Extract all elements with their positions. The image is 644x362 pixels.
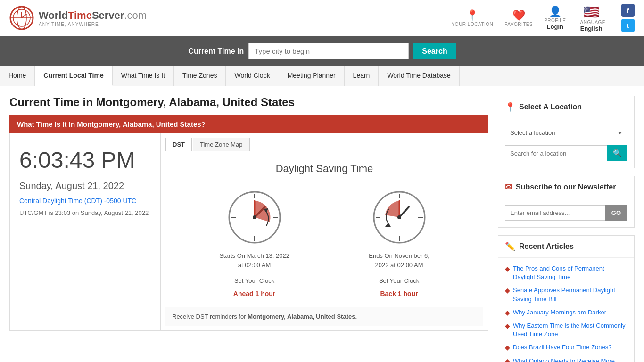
dst-tabs: DST Time Zone Map: [165, 138, 483, 151]
location-icon: 📍: [466, 9, 479, 22]
logo-title: WorldTimeServer.com: [39, 9, 147, 22]
location-search-row: 🔍: [505, 145, 627, 161]
location-select[interactable]: Select a location: [505, 125, 627, 140]
search-button[interactable]: Search: [413, 43, 455, 59]
tab-timezone-map[interactable]: Time Zone Map: [193, 138, 250, 151]
recent-articles-section: ✏️ Recent Articles ◆The Pros and Cons of…: [498, 235, 635, 362]
analog-clock-start: [226, 189, 283, 246]
email-input[interactable]: [505, 205, 605, 221]
article-bullet: ◆: [505, 287, 510, 294]
red-bar: What Time Is It In Montgomery, Alabama, …: [9, 115, 488, 133]
time-zone-container: 6:03:43 PM Sunday, August 21, 2022 Centr…: [9, 133, 488, 331]
pencil-icon: ✏️: [505, 241, 515, 252]
search-bar: Current Time In Search: [0, 36, 644, 66]
logo-text-area: WorldTimeServer.com ANY TIME, ANYWHERE: [39, 9, 147, 27]
nav-menu: Home Current Local Time What Time Is It …: [0, 66, 644, 86]
email-go-button[interactable]: GO: [605, 205, 627, 221]
svg-point-23: [397, 215, 401, 219]
tab-dst[interactable]: DST: [165, 138, 192, 151]
newsletter-heading: Subscribe to our Newsletter: [516, 183, 616, 191]
article-item: ◆Does Brazil Have Four Time Zones?: [505, 343, 627, 352]
location-pin-icon: 📍: [505, 102, 515, 112]
article-bullet: ◆: [505, 322, 510, 329]
article-bullet: ◆: [505, 344, 510, 351]
clock-date: Sunday, August 21, 2022: [19, 181, 151, 191]
dst-end-instruction: Set Your Clock: [379, 277, 419, 284]
article-item: ◆Why Eastern Time is the Most Commonly U…: [505, 321, 627, 338]
select-location-section: 📍 Select A Location Select a location 🔍: [498, 96, 635, 168]
nav-learn[interactable]: Learn: [345, 66, 379, 86]
select-location-body: Select a location 🔍: [498, 118, 634, 168]
nav-time-zones[interactable]: Time Zones: [174, 66, 226, 86]
dst-end-clock: Ends On November 6, 2022 at 02:00 AM Set…: [369, 189, 429, 297]
article-item: ◆What Ontario Needs to Receive More Dayl…: [505, 357, 627, 362]
right-sidebar: 📍 Select A Location Select a location 🔍 …: [498, 96, 635, 362]
search-input[interactable]: [248, 43, 409, 59]
dst-reminder: Receive DST reminders for Montgomery, Al…: [165, 307, 483, 326]
article-bullet: ◆: [505, 265, 510, 272]
heart-icon: ❤️: [512, 9, 525, 22]
clocks-row: Starts On March 13, 2022 at 02:00 AM Set…: [170, 184, 479, 302]
header: WorldTimeServer.com ANY TIME, ANYWHERE 📍…: [0, 0, 644, 36]
favorites-nav[interactable]: ❤️ FAVORITES: [504, 9, 533, 27]
social-icons: f t: [621, 4, 635, 32]
newsletter-header: ✉ Subscribe to our Newsletter: [498, 176, 634, 198]
select-location-header: 📍 Select A Location: [498, 96, 634, 118]
article-item: ◆The Pros and Cons of Permanent Daylight…: [505, 264, 627, 281]
utc-display: UTC/GMT is 23:03 on Sunday, August 21, 2…: [19, 209, 151, 216]
recent-articles-header: ✏️ Recent Articles: [498, 236, 634, 258]
flag-icon: 🇺🇸: [583, 4, 600, 20]
article-link[interactable]: What Ontario Needs to Receive More Dayli…: [513, 357, 627, 362]
language-nav[interactable]: 🇺🇸 LANGUAGE English: [577, 4, 605, 32]
profile-nav[interactable]: 👤 PROFILE Login: [544, 6, 566, 30]
recent-articles-body: ◆The Pros and Cons of Permanent Daylight…: [498, 258, 634, 362]
email-row: GO: [505, 205, 627, 221]
header-nav: 📍 YOUR LOCATION ❤️ FAVORITES 👤 PROFILE L…: [452, 4, 635, 32]
dst-start-direction: Ahead 1 hour: [233, 290, 275, 297]
profile-icon: 👤: [549, 6, 561, 18]
nav-world-clock[interactable]: World Clock: [226, 66, 279, 86]
articles-list: ◆The Pros and Cons of Permanent Daylight…: [505, 264, 627, 362]
dst-title: Daylight Saving Time: [170, 163, 479, 175]
article-link[interactable]: Senate Approves Permanent Daylight Savin…: [513, 286, 627, 303]
analog-clock-end: [371, 189, 428, 246]
article-link[interactable]: The Pros and Cons of Permanent Daylight …: [513, 264, 627, 281]
dst-panel: DST Time Zone Map Daylight Saving Time: [161, 133, 488, 330]
location-search-input[interactable]: [505, 145, 607, 161]
svg-point-14: [253, 215, 256, 219]
facebook-icon[interactable]: f: [621, 4, 635, 17]
page-title: Current Time in Montgomery, Alabama, Uni…: [9, 96, 488, 109]
recent-articles-heading: Recent Articles: [519, 242, 574, 251]
logo-sub: ANY TIME, ANYWHERE: [39, 22, 147, 27]
nav-current-local-time[interactable]: Current Local Time: [35, 66, 112, 86]
article-link[interactable]: Why Eastern Time is the Most Commonly Us…: [513, 321, 627, 338]
twitter-icon[interactable]: t: [621, 19, 635, 32]
location-search-button[interactable]: 🔍: [607, 145, 627, 161]
nav-home[interactable]: Home: [0, 66, 35, 86]
dst-start-clock: Starts On March 13, 2022 at 02:00 AM Set…: [219, 189, 289, 297]
logo-icon: [9, 6, 34, 30]
article-bullet: ◆: [505, 357, 510, 362]
nav-world-time-database[interactable]: World Time Database: [379, 66, 459, 86]
select-location-heading: Select A Location: [519, 103, 582, 111]
svg-line-4: [22, 14, 26, 18]
nav-what-time-is-it[interactable]: What Time Is It: [113, 66, 174, 86]
newsletter-body: GO: [498, 198, 634, 227]
your-location-nav[interactable]: 📍 YOUR LOCATION: [452, 9, 494, 27]
dst-start-instruction: Set Your Clock: [234, 277, 274, 284]
article-item: ◆Why January Mornings are Darker: [505, 308, 627, 317]
article-link[interactable]: Why January Mornings are Darker: [513, 308, 606, 317]
time-display-panel: 6:03:43 PM Sunday, August 21, 2022 Centr…: [10, 133, 161, 330]
left-content: Current Time in Montgomery, Alabama, Uni…: [9, 96, 488, 362]
email-icon: ✉: [505, 182, 512, 192]
clock-time: 6:03:43 PM: [19, 147, 151, 173]
main-content: Current Time in Montgomery, Alabama, Uni…: [0, 86, 644, 362]
nav-meeting-planner[interactable]: Meeting Planner: [279, 66, 345, 86]
newsletter-section: ✉ Subscribe to our Newsletter GO: [498, 176, 635, 228]
dst-end-direction: Back 1 hour: [380, 290, 418, 297]
article-link[interactable]: Does Brazil Have Four Time Zones?: [513, 343, 612, 352]
search-label: Current Time In: [188, 47, 244, 56]
article-item: ◆Senate Approves Permanent Daylight Savi…: [505, 286, 627, 303]
timezone-link[interactable]: Central Daylight Time (CDT) -0500 UTC: [19, 197, 151, 205]
logo-area: WorldTimeServer.com ANY TIME, ANYWHERE: [9, 6, 147, 30]
